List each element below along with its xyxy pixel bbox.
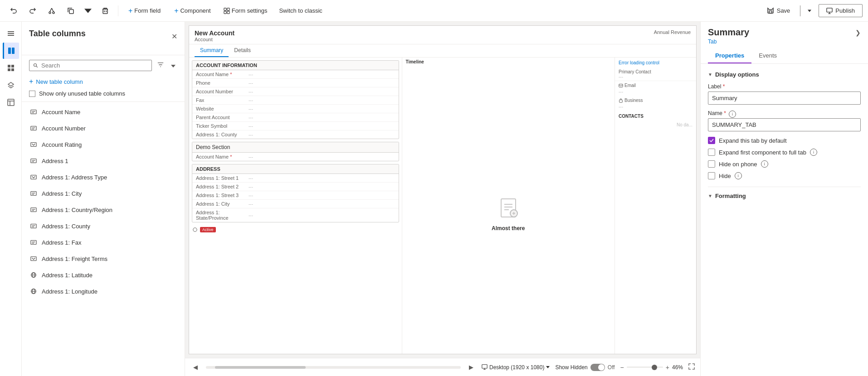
fit-screen-button[interactable] <box>688 363 695 371</box>
form-preview: New Account Account Annual Revenue Summa… <box>189 25 697 354</box>
field-value: --- <box>249 193 253 198</box>
tab-events[interactable]: Events <box>751 48 784 63</box>
add-form-field-button[interactable]: + Form field <box>123 4 166 18</box>
demo-section: Demo Section Account Name * --- <box>192 142 399 161</box>
timeline-almost-there: Almost there <box>492 225 525 231</box>
hide-on-phone-checkbox[interactable] <box>708 160 715 168</box>
horizontal-scrollbar[interactable] <box>206 366 461 369</box>
expand-first-info-icon[interactable]: i <box>810 149 817 156</box>
list-item[interactable]: Address 1: Latitude <box>22 267 185 283</box>
list-item[interactable]: Address 1: Address Type <box>22 169 185 185</box>
field-row: Ticker Symbol --- <box>192 122 399 130</box>
field-label: Account Name * <box>196 154 246 159</box>
save-dropdown-button[interactable] <box>804 6 815 15</box>
svg-rect-22 <box>11 68 14 71</box>
zoom-plus-button[interactable]: + <box>666 364 669 371</box>
list-item[interactable]: Account Rating <box>22 136 185 153</box>
new-column-label: New table column <box>36 78 83 85</box>
sidebar-close-button[interactable]: ✕ <box>171 32 177 41</box>
list-item[interactable]: Address 1: Longitude <box>22 283 185 299</box>
field-row: Website --- <box>192 105 399 113</box>
timeline-area: Almost there <box>402 66 615 354</box>
expand-tab-checkbox[interactable] <box>708 137 715 144</box>
desktop-select-button[interactable]: Desktop (1920 x 1080) <box>482 364 550 371</box>
list-item[interactable]: Address 1: Fax <box>22 234 185 251</box>
hide-on-phone-row: Hide on phone i <box>708 160 861 168</box>
more-dropdown-button[interactable] <box>82 5 94 16</box>
column-name: Address 1: City <box>42 190 82 197</box>
hide-info-icon[interactable]: i <box>735 172 742 179</box>
undo-button[interactable] <box>5 5 22 17</box>
show-unused-label[interactable]: Show only unused table columns <box>39 90 125 97</box>
hide-label[interactable]: Hide <box>719 173 731 179</box>
list-item[interactable]: Account Number <box>22 120 185 136</box>
tab-details[interactable]: Details <box>229 44 256 57</box>
nav-menu-icon[interactable] <box>3 25 19 42</box>
expand-tab-row: Expand this tab by default <box>708 137 861 144</box>
list-item[interactable]: Address 1: Freight Terms <box>22 251 185 267</box>
zoom-controls: − + 46% <box>620 364 683 371</box>
new-table-column-button[interactable]: + New table column <box>22 75 185 88</box>
field-row: Address 1: City --- <box>192 200 399 208</box>
publish-button[interactable]: Publish <box>819 4 863 17</box>
scroll-right-button[interactable]: ▶ <box>466 363 476 371</box>
nav-layers-icon[interactable] <box>3 77 19 93</box>
zoom-slider[interactable] <box>627 366 663 368</box>
formatting-chevron[interactable]: ▼ <box>708 193 712 198</box>
sidebar-title: Table columns <box>29 29 86 39</box>
search-icon <box>33 63 39 68</box>
name-info-icon[interactable]: i <box>729 111 736 118</box>
show-unused-checkbox[interactable] <box>29 91 35 97</box>
field-label: Website <box>196 106 246 111</box>
tab-properties[interactable]: Properties <box>708 48 751 63</box>
text-column-icon <box>29 238 38 247</box>
field-row: Account Name * --- <box>192 153 399 161</box>
switch-to-classic-button[interactable]: Switch to classic <box>274 5 327 17</box>
list-item[interactable]: Address 1: County <box>22 218 185 234</box>
scroll-left-button[interactable]: ◀ <box>190 363 200 371</box>
hide-checkbox[interactable] <box>708 172 715 179</box>
list-item[interactable]: Account Name <box>22 104 185 120</box>
sort-dropdown-button[interactable] <box>169 60 177 71</box>
cut-button[interactable] <box>44 5 60 17</box>
field-value: --- <box>249 202 253 207</box>
business-label: Business <box>624 98 643 103</box>
expand-tab-label[interactable]: Expand this tab by default <box>719 137 787 144</box>
text-column-icon <box>29 205 38 214</box>
list-item[interactable]: Address 1 <box>22 153 185 169</box>
filter-button[interactable] <box>156 60 166 71</box>
field-value: --- <box>249 213 253 218</box>
form-settings-button[interactable]: Form settings <box>219 5 272 17</box>
expand-first-checkbox[interactable] <box>708 149 715 156</box>
error-loading-control[interactable]: Error loading control <box>615 58 696 68</box>
zoom-minus-button[interactable]: − <box>620 364 624 371</box>
scrollbar-thumb <box>215 366 306 369</box>
search-input[interactable] <box>41 62 148 69</box>
expand-first-label[interactable]: Expand first component to full tab <box>719 149 806 156</box>
field-value: --- <box>249 124 253 129</box>
delete-button[interactable] <box>97 5 113 17</box>
label-input[interactable] <box>708 92 861 105</box>
show-hidden-toggle[interactable] <box>590 364 605 371</box>
hide-on-phone-label[interactable]: Hide on phone <box>719 161 757 168</box>
tab-summary[interactable]: Summary <box>195 44 229 57</box>
nav-table-icon[interactable] <box>3 94 19 111</box>
add-component-button[interactable]: + Component <box>169 4 216 18</box>
rp-collapse-button[interactable]: ❯ <box>855 29 861 36</box>
save-button[interactable]: Save <box>761 5 797 17</box>
formatting-label: Formatting <box>715 193 746 199</box>
nav-grid-icon[interactable] <box>3 60 19 76</box>
copy-button[interactable] <box>63 5 79 17</box>
hide-on-phone-info-icon[interactable]: i <box>761 160 768 168</box>
svg-point-0 <box>49 12 51 14</box>
list-item[interactable]: Address 1: Country/Region <box>22 202 185 218</box>
column-name: Address 1: Country/Region <box>42 207 112 213</box>
svg-rect-51 <box>31 257 36 261</box>
collapse-chevron[interactable]: ▼ <box>708 72 712 77</box>
list-item[interactable]: Address 1: City <box>22 185 185 202</box>
nav-columns-icon[interactable] <box>3 43 19 59</box>
name-input[interactable] <box>708 118 861 131</box>
redo-button[interactable] <box>24 5 41 17</box>
field-row: Phone --- <box>192 79 399 87</box>
svg-rect-28 <box>31 110 36 114</box>
